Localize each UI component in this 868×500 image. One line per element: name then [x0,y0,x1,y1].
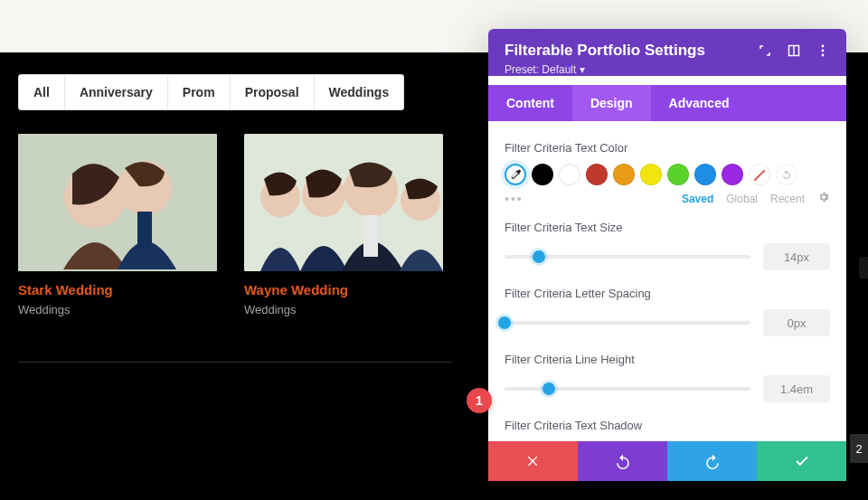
color-swatch[interactable] [613,164,635,185]
more-dots-icon[interactable]: ••• [505,192,524,206]
portfolio-cards: Stark Wedding Weddings Wayne Wedding [18,134,443,316]
color-swatch[interactable] [640,164,662,185]
side-nub[interactable] [859,257,868,278]
card-category: Weddings [18,303,217,316]
save-button[interactable] [757,441,846,481]
undo-button[interactable] [578,441,667,481]
spacing-section-label: Filter Criteria Letter Spacing [505,287,830,300]
chevron-down-icon: ▾ [580,63,585,76]
svg-point-15 [822,54,825,57]
side-count: 2 [850,434,868,463]
color-filter-recent[interactable]: Recent [770,193,805,205]
color-section-label: Filter Criteria Text Color [505,141,830,155]
card-thumbnail [18,134,217,271]
wedding-group-photo-icon [244,134,443,271]
eyedropper-icon [509,168,522,181]
svg-point-13 [822,45,825,48]
color-swatch[interactable] [667,164,689,185]
color-swatches [505,164,830,185]
settings-panel: Filterable Portfolio Settings Preset: De… [488,29,846,481]
no-color-swatch[interactable] [749,164,770,185]
filter-tab-anniversary[interactable]: Anniversary [65,75,168,109]
panel-actions [488,441,846,481]
color-swatch[interactable] [722,164,743,185]
portfolio-filter-tabs: All Anniversary Prom Proposal Weddings [18,74,404,110]
filter-tab-all[interactable]: All [19,75,65,109]
letter-spacing-value[interactable]: 0px [763,309,830,336]
step-badge: 1 [467,388,492,413]
panel-tab-content[interactable]: Content [488,85,572,121]
gear-icon[interactable] [817,191,830,206]
line-height-value[interactable]: 1.4em [763,375,830,402]
filter-tab-weddings[interactable]: Weddings [315,75,404,109]
svg-rect-9 [363,215,378,257]
kebab-menu-icon[interactable] [816,43,830,58]
layout-icon[interactable] [787,43,801,58]
panel-tab-advanced[interactable]: Advanced [651,85,748,121]
text-size-value[interactable]: 14px [763,243,830,270]
redo-button[interactable] [667,441,757,481]
undo-icon [615,453,631,469]
reset-color-icon[interactable] [776,164,797,185]
text-size-slider[interactable] [505,255,750,259]
card-title: Stark Wedding [18,282,217,297]
color-swatch[interactable] [586,164,608,185]
lineheight-section-label: Filter Criteria Line Height [505,353,830,366]
panel-preset[interactable]: Preset: Default ▾ [505,63,830,76]
filter-tab-proposal[interactable]: Proposal [231,75,315,109]
svg-point-14 [822,50,825,52]
check-icon [794,453,810,469]
card-thumbnail [244,134,443,271]
panel-title: Filterable Portfolio Settings [505,42,705,60]
line-height-slider[interactable] [505,387,750,391]
color-swatch[interactable] [559,164,580,185]
portfolio-card[interactable]: Stark Wedding Weddings [18,134,217,316]
redo-icon [704,453,721,469]
divider [18,362,452,363]
close-icon [526,454,541,468]
shadow-section-label: Filter Criteria Text Shadow [505,419,830,432]
color-filter-global[interactable]: Global [726,193,758,205]
letter-spacing-slider[interactable] [505,321,750,325]
card-title: Wayne Wedding [244,282,443,297]
eyedropper-swatch[interactable] [505,164,526,185]
filter-tab-prom[interactable]: Prom [168,75,231,109]
panel-tab-design[interactable]: Design [572,85,651,121]
color-swatch[interactable] [532,164,553,185]
size-section-label: Filter Criteria Text Size [505,221,830,234]
color-swatch[interactable] [694,164,716,185]
portfolio-card[interactable]: Wayne Wedding Weddings [244,134,443,316]
panel-tabs: Content Design Advanced [488,85,846,121]
panel-body: Filter Criteria Text Color ••• Saved Glo… [488,121,846,441]
color-filter-saved[interactable]: Saved [682,193,713,205]
panel-header: Filterable Portfolio Settings Preset: De… [488,29,846,76]
card-category: Weddings [244,303,443,316]
cancel-button[interactable] [488,441,578,481]
wedding-photo-icon [18,134,217,271]
expand-icon[interactable] [758,43,772,58]
svg-rect-4 [137,212,152,248]
